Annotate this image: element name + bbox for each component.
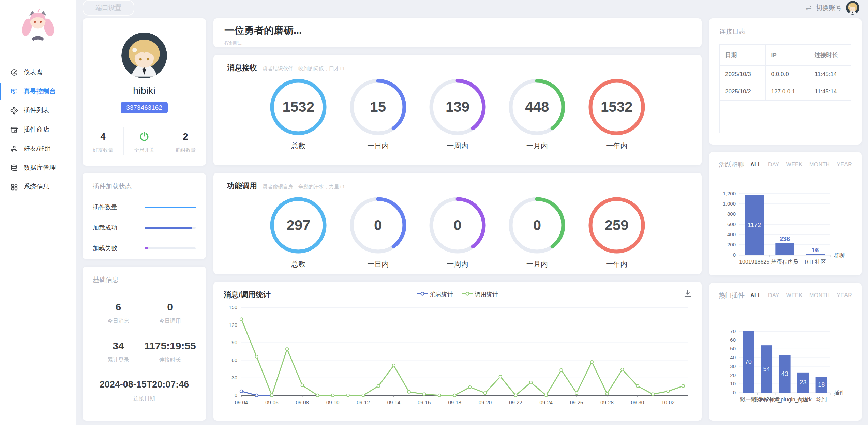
tab-all[interactable]: ALL [750, 292, 761, 299]
line-chart-card: 消息/调用统计 消息统计调用统计 030609012015009-0409-06… [213, 282, 702, 421]
ring-graphic: 15 [349, 78, 407, 136]
profile-stat-label: 好友数量 [83, 147, 123, 153]
svg-text:09-18: 09-18 [448, 399, 461, 405]
tab-all[interactable]: ALL [750, 162, 761, 168]
tab-year[interactable]: YEAR [837, 292, 852, 299]
ring-label: 一年内 [588, 259, 645, 269]
status-progress-fill [145, 227, 192, 229]
stat-ring: 0一周内 [429, 197, 486, 269]
svg-text:40: 40 [730, 354, 736, 360]
basic-info-value: 6 [93, 301, 144, 313]
ring-label: 总数 [270, 141, 327, 151]
tab-month[interactable]: MONTH [809, 292, 830, 299]
svg-text:09-10: 09-10 [326, 399, 339, 405]
tab-day[interactable]: DAY [768, 292, 779, 299]
topbar-avatar[interactable] [846, 1, 859, 15]
svg-text:1001918625: 1001918625 [739, 259, 769, 265]
profile-stat-1[interactable]: 全局开关 [123, 127, 165, 155]
ring-graphic: 297 [270, 197, 327, 254]
ring-graphic: 1532 [588, 78, 645, 136]
sidebar-item-database[interactable]: 数据库管理 [0, 158, 76, 177]
sidebar-item-plugin-list[interactable]: 插件列表 [0, 101, 76, 120]
page-subtitle: 挥剑吧... [224, 40, 691, 46]
basic-info-cell: 34累计登录 [93, 332, 144, 370]
tab-day[interactable]: DAY [768, 162, 779, 168]
svg-text:插件: 插件 [834, 390, 845, 396]
profile-stat-value: 2 [165, 131, 206, 143]
sidebar-item-console[interactable]: 真寻控制台 [0, 82, 76, 101]
profile-stat-0: 4好友数量 [83, 127, 123, 155]
tab-week[interactable]: WEEK [786, 162, 803, 168]
legend-item[interactable]: 调用统计 [462, 290, 498, 298]
app-logo [0, 7, 76, 45]
console-icon [10, 87, 18, 95]
svg-text:10-02: 10-02 [661, 399, 674, 405]
tab-month[interactable]: MONTH [809, 162, 830, 168]
ring-label: 一日内 [349, 141, 407, 151]
stat-ring: 448一月内 [508, 78, 566, 151]
ring-label: 一月内 [508, 141, 566, 151]
basic-info-cell: 6今日消息 [93, 293, 144, 332]
hot-plugins-chart: 01020304050607070戳一戳54俄罗斯轮盘43nonebot_plu… [719, 303, 852, 410]
basic-info-label: 累计登录 [93, 356, 144, 364]
message-stats-title: 消息接收 [227, 63, 257, 73]
log-row: 2025/10/2127.0.0.111:45:14 [720, 83, 851, 101]
sidebar-item-friends-groups[interactable]: 好友/群组 [0, 139, 76, 158]
tab-year[interactable]: YEAR [837, 162, 852, 168]
connect-date-value: 2024-08-15T20:07:46 [93, 379, 196, 390]
legend-item[interactable]: 消息统计 [417, 290, 453, 298]
sidebar-item-system-info[interactable]: 系统信息 [0, 177, 76, 196]
status-progress-track [145, 247, 196, 249]
port-settings-button[interactable]: 端口设置 [83, 0, 134, 16]
svg-text:18: 18 [818, 381, 825, 388]
legend-marker [417, 291, 428, 298]
svg-text:60: 60 [730, 337, 736, 343]
app-logo-image [19, 7, 57, 45]
ring-value: 448 [508, 78, 566, 136]
svg-text:签到: 签到 [816, 397, 827, 403]
log-cell: 2025/10/3 [720, 66, 765, 83]
svg-text:43: 43 [781, 370, 788, 377]
sidebar: 仪表盘真寻控制台插件列表插件商店好友/群组数据库管理系统信息 [0, 0, 76, 425]
svg-text:09-16: 09-16 [418, 399, 431, 405]
bot-uid-badge: 3373463162 [121, 102, 168, 113]
swap-arrows-icon: ⇌ [806, 4, 812, 12]
bot-name: hibiki [133, 85, 155, 96]
connection-log-card: 连接日志 日期IP连接时长2025/10/30.0.0.011:45:14202… [709, 18, 862, 145]
call-stats-title: 功能调用 [227, 181, 257, 191]
global-power-icon[interactable] [124, 131, 165, 143]
call-stats-subtitle: 勇者磨砺自身，辛勤的汗水，力量+1 [263, 184, 345, 190]
sidebar-item-plugin-store[interactable]: 插件商店 [0, 120, 76, 139]
profile-stat-2: 2群组数量 [165, 127, 206, 155]
gauge-icon [10, 68, 18, 76]
sidebar-item-label: 真寻控制台 [24, 87, 56, 96]
svg-text:600: 600 [727, 221, 736, 227]
database-icon [10, 164, 18, 172]
call-stats-card: 功能调用 勇者磨砺自身，辛勤的汗水，力量+1 297总数0一日内0一周内0一月内… [213, 173, 702, 274]
svg-text:09-28: 09-28 [600, 399, 613, 405]
ring-graphic: 1532 [270, 78, 327, 136]
svg-text:16: 16 [812, 247, 819, 254]
profile-stats: 4好友数量全局开关2群组数量 [83, 127, 206, 155]
download-icon[interactable] [683, 289, 692, 299]
ring-value: 0 [349, 197, 407, 254]
ring-label: 总数 [270, 259, 327, 269]
svg-text:群聊: 群聊 [834, 252, 845, 258]
log-cell: 11:45:14 [809, 66, 851, 83]
basic-info-value: 1175:19:55 [144, 340, 196, 352]
hero-card: 一位勇者的磨砺... 挥剑吧... [213, 18, 702, 47]
legend-label: 消息统计 [430, 290, 453, 298]
status-label: 加载失败 [93, 244, 133, 252]
sidebar-item-dashboard[interactable]: 仪表盘 [0, 63, 76, 82]
tab-week[interactable]: WEEK [786, 292, 803, 299]
switch-account[interactable]: ⇌ 切换账号 [806, 1, 859, 15]
ring-value: 1532 [270, 78, 327, 136]
main-content: hibiki 3373463162 4好友数量全局开关2群组数量 插件加载状态 … [76, 16, 868, 425]
svg-text:笨蛋程序员: 笨蛋程序员 [771, 259, 798, 265]
ring-graphic: 0 [429, 197, 486, 254]
svg-text:1,200: 1,200 [723, 191, 736, 196]
switch-account-label[interactable]: 切换账号 [816, 3, 842, 12]
active-groups-card: 活跃群聊 ALLDAYWEEKMONTHYEAR 02004006008001,… [709, 152, 862, 275]
active-groups-tabs: ALLDAYWEEKMONTHYEAR [750, 162, 852, 168]
svg-text:09-20: 09-20 [479, 399, 492, 405]
